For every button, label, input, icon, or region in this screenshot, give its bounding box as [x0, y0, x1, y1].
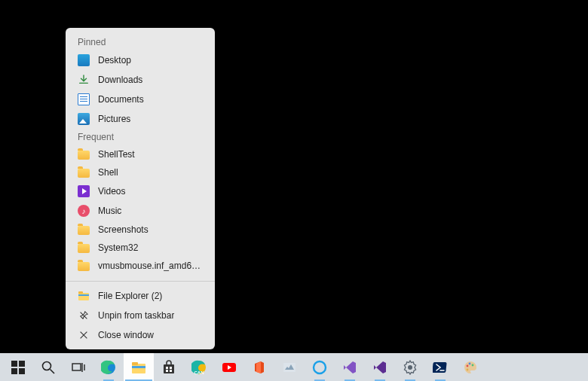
- svg-rect-1: [78, 291, 83, 294]
- desktop-icon: [78, 54, 90, 66]
- search-button[interactable]: [33, 353, 63, 381]
- svg-rect-20: [170, 370, 172, 372]
- task-close-window[interactable]: Close window: [66, 325, 215, 345]
- item-label: vmusbmouse.inf_amd64_64ac7a0a...: [98, 261, 204, 271]
- edge-canary-icon: CAN: [191, 359, 207, 376]
- draw-button[interactable]: [274, 353, 305, 381]
- folder-icon: [78, 169, 90, 178]
- folder-icon: [78, 262, 90, 271]
- videos-icon: [78, 185, 90, 197]
- office-icon: [251, 359, 268, 376]
- item-label: Unpin from taskbar: [98, 310, 174, 321]
- visual-studio-preview-icon: [341, 359, 358, 376]
- svg-rect-6: [19, 368, 25, 374]
- svg-point-30: [472, 364, 474, 366]
- cortana-icon: [311, 359, 328, 376]
- canary-button[interactable]: CAN: [184, 353, 214, 381]
- cortana-button[interactable]: [305, 353, 335, 381]
- frequent-vmusbmouse[interactable]: vmusbmouse.inf_amd64_64ac7a0a...: [66, 257, 215, 275]
- frequent-music[interactable]: ♪ Music: [66, 201, 215, 221]
- item-label: Shell: [98, 167, 118, 178]
- folder-icon: [78, 244, 90, 253]
- svg-rect-3: [11, 361, 17, 367]
- item-label: Downloads: [98, 75, 142, 85]
- music-icon: ♪: [78, 205, 90, 217]
- svg-point-7: [43, 361, 51, 370]
- pinned-documents[interactable]: Documents: [66, 90, 215, 109]
- svg-point-28: [467, 364, 469, 367]
- edge-icon: [100, 359, 117, 376]
- item-label: Pictures: [98, 114, 130, 124]
- store-button[interactable]: [154, 353, 184, 381]
- svg-rect-14: [132, 362, 138, 365]
- svg-rect-0: [78, 293, 89, 300]
- svg-rect-19: [166, 370, 168, 372]
- svg-rect-18: [170, 367, 172, 369]
- frequent-shelltest[interactable]: ShellTest: [66, 145, 215, 163]
- powershell-button[interactable]: [425, 353, 455, 381]
- svg-rect-16: [164, 364, 174, 373]
- task-file-explorer[interactable]: File Explorer (2): [66, 286, 215, 306]
- item-label: System32: [98, 242, 138, 253]
- task-unpin[interactable]: Unpin from taskbar: [66, 306, 215, 325]
- svg-point-26: [408, 365, 412, 370]
- explorer-small-icon: [78, 290, 90, 302]
- unpin-icon: [78, 309, 90, 322]
- draw-app-icon: [281, 359, 298, 376]
- close-icon: [78, 329, 90, 341]
- pinned-pictures[interactable]: Pictures: [66, 109, 215, 129]
- office-button[interactable]: [244, 353, 274, 381]
- item-label: Screenshots: [98, 224, 149, 235]
- svg-rect-17: [166, 367, 168, 369]
- pinned-desktop[interactable]: Desktop: [66, 50, 215, 70]
- vs-preview-button[interactable]: [335, 353, 365, 381]
- svg-point-29: [469, 362, 471, 364]
- youtube-button[interactable]: [214, 353, 244, 381]
- pinned-downloads[interactable]: Downloads: [66, 70, 215, 90]
- start-button[interactable]: [3, 353, 33, 381]
- frequent-shell[interactable]: Shell: [66, 163, 215, 181]
- svg-rect-4: [19, 361, 25, 367]
- file-explorer-button[interactable]: [124, 353, 154, 381]
- pinned-header: Pinned: [66, 34, 215, 50]
- paint-button[interactable]: [455, 353, 485, 381]
- frequent-system32[interactable]: System32: [66, 239, 215, 257]
- item-label: Desktop: [98, 55, 131, 66]
- file-explorer-icon: [130, 359, 147, 376]
- pictures-icon: [78, 113, 90, 125]
- download-icon: [78, 74, 90, 86]
- svg-line-8: [51, 369, 55, 373]
- folder-icon: [78, 226, 90, 235]
- item-label: Documents: [98, 94, 144, 105]
- edge-button[interactable]: [93, 353, 124, 381]
- gear-icon: [402, 359, 418, 376]
- svg-rect-2: [78, 294, 89, 296]
- item-label: Music: [98, 206, 121, 216]
- frequent-header: Frequent: [66, 129, 215, 145]
- document-icon: [78, 93, 90, 105]
- item-label: File Explorer (2): [98, 291, 162, 301]
- item-label: ShellTest: [98, 149, 135, 160]
- folder-icon: [78, 151, 90, 160]
- item-label: Videos: [98, 186, 125, 197]
- svg-rect-15: [132, 366, 145, 368]
- powershell-icon: [432, 359, 449, 376]
- separator: [66, 281, 215, 282]
- visual-studio-icon: [372, 359, 388, 376]
- item-label: Close window: [98, 330, 154, 340]
- svg-point-31: [467, 368, 469, 370]
- jumplist: Pinned Desktop Downloads Documents Pictu…: [66, 28, 215, 349]
- visual-studio-button[interactable]: [365, 353, 395, 381]
- taskbar: CAN: [0, 353, 588, 381]
- store-icon: [161, 359, 177, 376]
- svg-rect-9: [72, 364, 81, 370]
- svg-text:CAN: CAN: [194, 370, 204, 375]
- settings-button[interactable]: [395, 353, 425, 381]
- frequent-videos[interactable]: Videos: [66, 181, 215, 201]
- windows-logo-icon: [10, 359, 26, 376]
- svg-point-25: [314, 361, 326, 373]
- search-icon: [40, 359, 57, 376]
- task-view-button[interactable]: [63, 353, 93, 381]
- task-view-icon: [70, 359, 87, 376]
- frequent-screenshots[interactable]: Screenshots: [66, 221, 215, 239]
